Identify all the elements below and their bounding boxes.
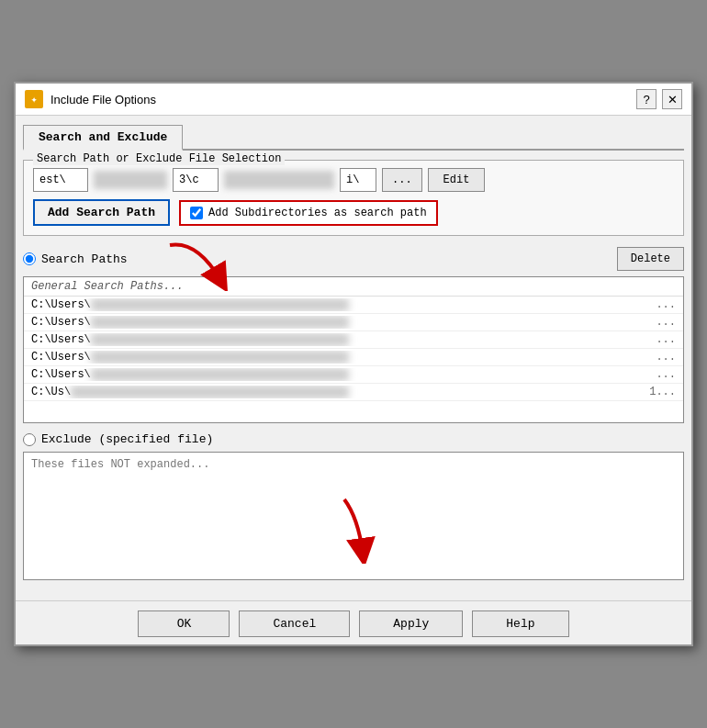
close-btn[interactable]: ✕ (662, 89, 682, 109)
path-text: C:\Users\ (31, 333, 654, 346)
search-paths-radio-label[interactable]: Search Paths (23, 252, 128, 266)
path-input-part2[interactable] (173, 168, 219, 192)
path-dots: ... (654, 298, 676, 311)
dialog-body: Search and Exclude Search Path or Exclud… (16, 116, 691, 600)
search-paths-radio[interactable] (23, 252, 36, 265)
blurred-path (91, 368, 349, 381)
path-text: C:\Users\ (31, 351, 654, 364)
add-search-path-button[interactable]: Add Search Path (33, 199, 170, 226)
tab-bar: Search and Exclude (23, 123, 684, 151)
path-input-part3[interactable] (340, 168, 376, 192)
path-text: C:\Users\ (31, 298, 654, 311)
search-paths-section: Search Paths Delete General Search Paths… (23, 247, 684, 423)
title-bar-buttons: ? ✕ (636, 89, 682, 109)
list-item[interactable]: C:\Users\ ... (24, 314, 683, 331)
path-text: C:\Us\ (31, 386, 649, 398)
help-button[interactable]: Help (472, 610, 568, 637)
help-title-btn[interactable]: ? (636, 89, 656, 109)
exclude-radio-row: Exclude (specified file) (23, 432, 684, 446)
title-bar: ✦ Include File Options ? ✕ (16, 84, 691, 116)
list-item[interactable]: C:\Users\ ... (24, 297, 683, 314)
edit-button[interactable]: Edit (428, 168, 486, 192)
path-blurred-middle (94, 171, 167, 189)
exclude-radio[interactable] (23, 433, 36, 446)
list-item[interactable]: C:\Users\ ... (24, 331, 683, 349)
apply-button[interactable]: Apply (359, 610, 463, 637)
section-group-label: Search Path or Exclude File Selection (33, 152, 285, 165)
list-item[interactable]: C:\Users\ ... (24, 366, 683, 384)
cancel-button[interactable]: Cancel (239, 610, 350, 637)
blurred-path (91, 298, 349, 311)
path-dots: 1... (649, 386, 676, 398)
radio-delete-row: Search Paths Delete (23, 247, 684, 271)
delete-button[interactable]: Delete (617, 247, 684, 271)
include-file-options-dialog: ✦ Include File Options ? ✕ Search and Ex… (14, 82, 693, 646)
search-path-section-group: Search Path or Exclude File Selection ..… (23, 160, 684, 236)
exclude-radio-label[interactable]: Exclude (specified file) (23, 432, 213, 446)
path-dots: ... (654, 316, 676, 329)
dialog-title: Include File Options (50, 93, 629, 106)
bottom-buttons: OK Cancel Apply Help (16, 600, 691, 644)
exclude-section: Exclude (specified file) (23, 432, 684, 584)
blurred-path (91, 351, 349, 364)
browse-button[interactable]: ... (382, 168, 422, 192)
tab-search-and-exclude[interactable]: Search and Exclude (23, 125, 183, 151)
dialog-icon: ✦ (25, 90, 43, 108)
list-item[interactable]: C:\Users\ ... (24, 349, 683, 366)
path-blurred-end (224, 171, 334, 189)
add-subdirectories-checkbox[interactable] (190, 207, 203, 219)
blurred-path (91, 333, 349, 346)
blurred-path (71, 386, 348, 398)
path-input-row: ... Edit (33, 168, 674, 192)
list-item[interactable]: C:\Us\ 1... (24, 384, 683, 401)
path-dots: ... (654, 351, 676, 364)
path-input-part1[interactable] (33, 168, 88, 192)
paths-list-header: General Search Paths... (24, 277, 683, 297)
blurred-path (91, 316, 349, 329)
add-subdirectories-group: Add Subdirectories as search path (179, 200, 438, 226)
add-row: Add Search Path Add Subdirectories as se… (33, 199, 674, 226)
exclude-textarea[interactable] (23, 452, 684, 580)
path-dots: ... (654, 368, 676, 381)
path-dots: ... (654, 333, 676, 346)
path-text: C:\Users\ (31, 316, 654, 329)
paths-list[interactable]: General Search Paths... C:\Users\ ... C:… (23, 276, 684, 423)
path-text: C:\Users\ (31, 368, 654, 381)
add-subdirectories-label: Add Subdirectories as search path (208, 207, 427, 219)
ok-button[interactable]: OK (138, 610, 230, 637)
